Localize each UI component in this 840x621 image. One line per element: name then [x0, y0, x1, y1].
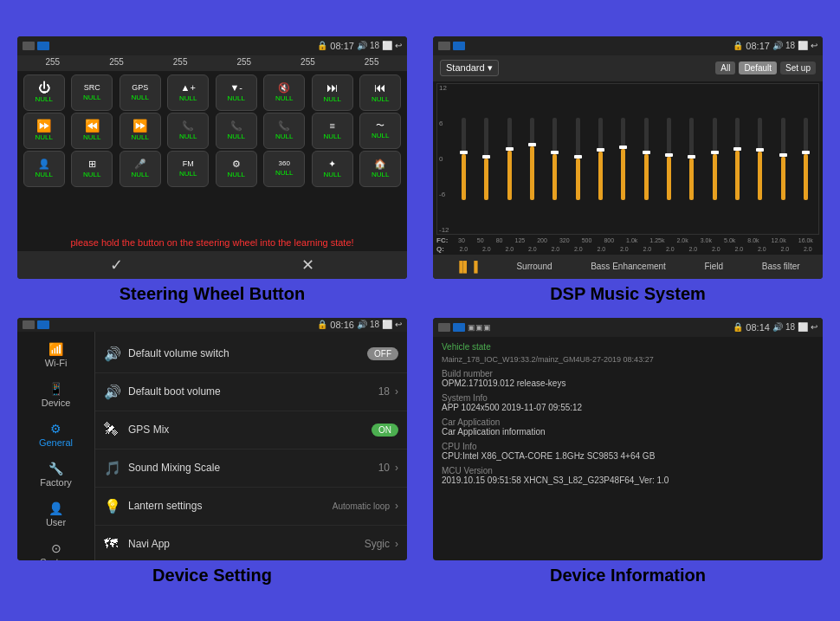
sw-signal: 18: [370, 41, 379, 50]
dsp-slider-col-1[interactable]: [475, 86, 497, 232]
sidebar-general-label: General: [39, 437, 73, 448]
dsp-bass-filter-btn[interactable]: Bass filter: [762, 262, 800, 271]
dsp-q-val-5: 2.0: [574, 246, 583, 252]
sw-btn-call3[interactable]: 📞NULL: [263, 113, 305, 149]
info-cpu-value: CPU:Intel X86_OCTA-CORE 1.8GHz SC9853 4+…: [442, 451, 814, 461]
dsp-bass-enhance-btn[interactable]: Bass Enhancement: [591, 262, 666, 271]
sw-cancel-icon[interactable]: ✕: [301, 256, 314, 275]
dev-row-vol-switch[interactable]: 🔊 Default volume switch OFF: [95, 335, 407, 373]
dsp-slider-col-8[interactable]: [636, 86, 657, 232]
dsp-field-btn[interactable]: Field: [704, 262, 723, 271]
info-carapp-value: Car Application information: [442, 427, 814, 437]
dsp-fc-values: 3050801252003205008001.0k1.25k2.0k3.0k5.…: [452, 237, 819, 243]
dsp-slider-col-12[interactable]: [727, 86, 748, 232]
sw-btn-user[interactable]: 👤NULL: [23, 151, 65, 187]
sw-btn-grid[interactable]: ⊞NULL: [71, 151, 113, 187]
dsp-slider-col-6[interactable]: [590, 86, 611, 232]
sw-confirm-icon[interactable]: ✓: [110, 256, 123, 275]
dsp-q-val-0: 2.0: [459, 246, 468, 252]
dsp-slider-col-9[interactable]: [658, 86, 680, 232]
sidebar-item-device[interactable]: 📱 Device: [17, 375, 94, 415]
sidebar-item-wifi[interactable]: 📶 Wi-Fi: [17, 335, 94, 375]
sw-btn-vol-up[interactable]: ▲+NULL: [167, 74, 209, 111]
sw-btn-mic[interactable]: 🎤NULL: [120, 151, 161, 187]
dev-row-sound-mix[interactable]: 🎵 Sound Mixing Scale 10 ›: [95, 450, 407, 488]
vol-switch-icon: 🔊: [104, 346, 128, 362]
dsp-icon3: ⬜: [798, 41, 808, 50]
dsp-slider-col-4[interactable]: [544, 86, 565, 232]
sidebar-item-factory[interactable]: 🔧 Factory: [17, 455, 94, 495]
dsp-slider-col-5[interactable]: [567, 86, 589, 232]
sw-btn-call2[interactable]: 📞NULL: [216, 113, 257, 149]
info-vol-icon: 🔊: [772, 322, 783, 332]
boot-vol-chevron[interactable]: ›: [395, 385, 398, 398]
sw-btn-src[interactable]: SRCNULL: [71, 74, 113, 111]
dsp-q-values: 2.02.02.02.02.02.02.02.02.02.02.02.02.02…: [452, 246, 819, 252]
info-build-value: OPM2.171019.012 release-keys: [442, 378, 814, 388]
sw-btn-rw[interactable]: ⏪NULL: [71, 113, 113, 149]
boot-vol-text: Default boot volume: [128, 385, 378, 398]
device-info-caption: Device Information: [550, 566, 706, 585]
info-build-label: Build number: [442, 369, 814, 378]
dev-row-boot-vol[interactable]: 🔊 Default boot volume 18 ›: [95, 373, 407, 411]
dsp-time: 08:17: [746, 41, 770, 51]
sw-btn-bt[interactable]: ✦NULL: [312, 151, 353, 187]
navi-chevron[interactable]: ›: [395, 538, 398, 550]
gps-toggle[interactable]: ON: [372, 424, 398, 437]
dev-row-lantern[interactable]: 💡 Lantern settings Automatic loop ›: [95, 488, 407, 526]
dsp-preset-dropdown[interactable]: Standard ▾: [440, 60, 499, 76]
dsp-topbar: 🔒 08:17 🔊 18 ⬜ ↩: [433, 36, 823, 55]
sound-mix-chevron[interactable]: ›: [395, 462, 398, 474]
sw-btn-call1[interactable]: 📞NULL: [167, 113, 209, 149]
lantern-chevron[interactable]: ›: [395, 500, 398, 512]
sw-num-5: 255: [300, 57, 315, 69]
dsp-fc-val-13: 8.0k: [747, 237, 759, 243]
dsp-slider-col-11[interactable]: [703, 86, 725, 232]
dsp-surround-btn[interactable]: Surround: [516, 262, 552, 271]
sw-btn-ff[interactable]: ⏩NULL: [23, 113, 65, 149]
sw-btn-prev[interactable]: ⏮NULL: [359, 74, 401, 111]
dev-row-gps[interactable]: 🛰 GPS Mix ON: [95, 411, 407, 450]
dsp-default-button[interactable]: Default: [739, 61, 777, 74]
sw-btn-vol-down[interactable]: ▼-NULL: [216, 74, 257, 111]
dev-row-navi[interactable]: 🗺 Navi App Sygic ›: [95, 526, 407, 560]
sidebar-user-label: User: [46, 517, 66, 527]
sw-btn-settings[interactable]: ⚙NULL: [216, 151, 257, 187]
dsp-slider-col-0[interactable]: [453, 86, 475, 232]
sidebar-item-general[interactable]: ⚙ General: [17, 415, 94, 455]
dsp-slider-col-15[interactable]: [795, 86, 817, 232]
dsp-slider-col-3[interactable]: [521, 86, 543, 232]
sw-btn-360[interactable]: 360NULL: [263, 151, 305, 187]
dev-back-icon: ↩: [395, 320, 402, 329]
dsp-fc-val-2: 80: [496, 237, 503, 243]
dsp-slider-col-7[interactable]: [612, 86, 634, 232]
sw-btn-home[interactable]: 🏠NULL: [359, 151, 401, 187]
sw-btn-next[interactable]: ⏭NULL: [312, 74, 353, 111]
dsp-all-button[interactable]: All: [715, 61, 735, 74]
sidebar-item-system[interactable]: ⊙ System: [17, 534, 94, 560]
info-section-sysinfo: System Info APP 1024x500 2019-11-07 09:5…: [442, 393, 814, 412]
sw-btn-wave[interactable]: 〜NULL: [359, 113, 401, 149]
dsp-slider-col-13[interactable]: [749, 86, 771, 232]
sw-btn-power[interactable]: ⏻NULL: [23, 74, 65, 111]
sw-btn-ff2[interactable]: ⏩NULL: [120, 113, 161, 149]
dsp-slider-col-10[interactable]: [681, 86, 702, 232]
dsp-fc-val-14: 12.0k: [772, 237, 786, 243]
sw-btn-fm[interactable]: FMNULL: [167, 151, 209, 187]
dsp-setup-button[interactable]: Set up: [780, 61, 816, 74]
dsp-signal: 18: [785, 41, 795, 50]
dsp-q-val-14: 2.0: [780, 246, 789, 252]
cell-device-info: ▣▣▣ 🔒 08:14 🔊 18 ⬜ ↩ Vehicle s: [420, 311, 836, 592]
sw-btn-mute[interactable]: 🔇NULL: [263, 74, 305, 111]
dsp-q-row: Q: 2.02.02.02.02.02.02.02.02.02.02.02.02…: [436, 245, 819, 253]
sw-btn-gps[interactable]: GPSNULL: [120, 74, 161, 111]
vol-switch-toggle[interactable]: OFF: [367, 347, 398, 360]
sw-btn-menu[interactable]: ≡NULL: [312, 113, 353, 149]
dsp-slider-col-2[interactable]: [499, 86, 520, 232]
gps-icon: 🛰: [104, 422, 128, 437]
dsp-fc-val-11: 3.0k: [701, 237, 712, 243]
sidebar-item-user[interactable]: 👤 User: [17, 495, 94, 534]
dsp-slider-col-14[interactable]: [772, 86, 793, 232]
dsp-q-val-8: 2.0: [643, 246, 651, 252]
dsp-topbar-right: 🔒 08:17 🔊 18 ⬜ ↩: [733, 41, 817, 51]
